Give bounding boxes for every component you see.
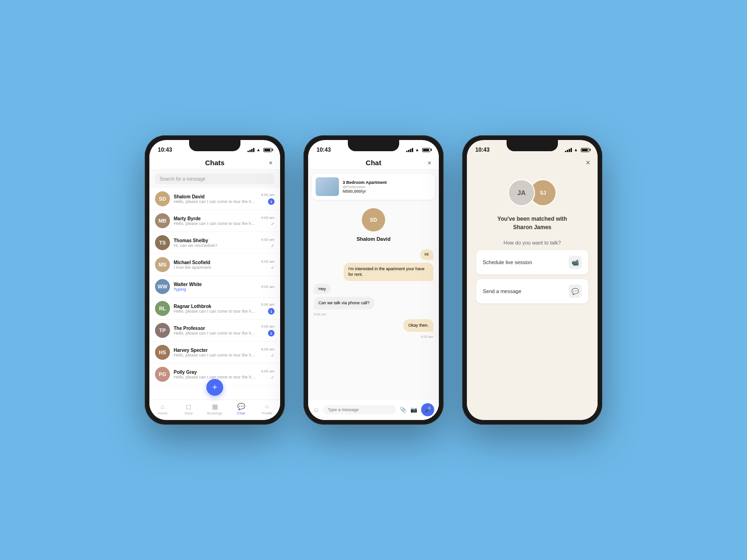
phone-chat: 10:43 ▲ Chat × 3 Bedroom Apart [303,135,444,425]
message-icon: 💬 [569,285,582,298]
chat-time: 9:00 am [261,347,275,351]
chat-time: 9:00 am [261,238,275,242]
phone1-screen: 10:43 ▲ Chats × Search for a message [149,140,280,420]
chat-meta: 9:00 am [261,285,275,289]
chat-item[interactable]: MSMichael ScofieldI love the apartment.9… [149,254,280,276]
chats-title: Chats [205,159,225,167]
property-image [316,177,339,196]
chat-item[interactable]: TSThomas ShelbyHi, can we reschedule?9:0… [149,232,280,254]
chat-time: 9:00 am [261,285,275,289]
match-close-button[interactable]: × [586,159,590,167]
nav-bookings[interactable]: ▦ Bookings [202,403,228,415]
read-check: ✓ [271,353,275,358]
phone-match: 10:43 ▲ × JA [462,135,602,425]
chat-item[interactable]: WWWalter WhiteTyping9:00 am [149,276,280,298]
chat-name: Harvey Specter [174,348,257,353]
chat-name: Walter White [174,282,257,287]
battery-icon-3 [581,148,589,152]
chat-avatar: HS [155,345,170,360]
read-check: ✓ [271,243,275,248]
match-header: × [467,155,598,170]
chat-time: 9:00 am [261,193,275,197]
chat-meta: 9:00 am✓ [261,238,275,248]
chats-close-button[interactable]: × [269,159,273,167]
chat-time: 9:00 am [261,302,275,307]
profile-icon: ○ [265,403,269,410]
property-sub: @Parttertown [343,185,387,189]
voice-button[interactable]: 🎤 [421,403,434,416]
chat-preview: Hello, please can I can come to tour the… [174,309,257,314]
emoji-icon[interactable]: ☺ [313,406,319,413]
chat-info: Thomas ShelbyHi, can we reschedule? [174,238,257,248]
chat-input-bar: ☺ 📎 📷 🎤 [308,399,439,420]
match-line1: You've been matched with [497,216,567,222]
nav-chat[interactable]: 💬 Chat [228,403,254,415]
chat-preview: Typing [174,287,257,292]
chat-nav-icon: 💬 [237,403,245,410]
chat-item[interactable]: TPThe ProfessorHello, please can I can c… [149,320,280,342]
contact-name: Shalom David [357,236,391,242]
chat-info: Ragnar LothbrokHello, please can I can c… [174,304,257,314]
chat-avatar: TP [155,323,170,338]
chat-time: 9:00 am [261,216,275,220]
unread-badge: 1 [268,308,275,315]
chat-item[interactable]: HSHarvey SpecterHello, please can I can … [149,342,280,364]
status-icons-1: ▲ [247,147,272,152]
signal-icon-2 [406,148,413,152]
search-bar[interactable]: Search for a message [155,174,275,184]
read-check: ✓ [271,265,275,270]
notch3 [507,140,558,151]
bookings-icon: ▦ [212,403,218,410]
chat-item[interactable]: RLRagnar LothbrokHello, please can I can… [149,298,280,320]
nav-profile[interactable]: ○ Profile [254,403,280,415]
chat-item[interactable]: SDShalom DavidHello, please can I can co… [149,188,280,210]
user1-initials: JA [517,189,526,196]
phone-chats: 10:43 ▲ Chats × Search for a message [145,135,285,425]
nav-home[interactable]: ⌂ Home [149,403,176,415]
schedule-session-label: Schedule live session [483,259,532,265]
message-time: 9:00 am [314,312,326,316]
status-time-1: 10:43 [158,147,172,153]
user-avatar-1: JA [508,179,535,206]
chat-info: Michael ScofieldI love the apartment. [174,260,257,270]
fab-button[interactable]: + [206,379,223,396]
wifi-icon-2: ▲ [415,147,419,152]
nav-profile-label: Profile [262,411,273,415]
property-card[interactable]: 3 Bedroom Apartment @Parttertown N500,00… [312,174,435,200]
match-body: JA SJ You've been matched with Sharon Ja… [467,170,598,420]
status-icons-3: ▲ [565,147,589,152]
send-message-card[interactable]: Send a message 💬 [476,279,588,303]
signal-icon-3 [565,148,572,152]
message-input[interactable] [323,405,396,414]
chat-meta: 9:00 am✓ [261,347,275,358]
chat-meta: 9:00 am1 [261,302,275,315]
chat-avatar: MS [155,257,170,272]
chat-info: Harvey SpecterHello, please can I can co… [174,348,257,357]
chat-avatar: PG [155,367,170,382]
bottom-nav: ⌂ Home ◻ Save ▦ Bookings 💬 Chat ○ Pro [149,399,280,420]
nav-save[interactable]: ◻ Save [176,403,202,415]
chat-item[interactable]: MBMarty ByrdeHello, please can I can com… [149,210,280,232]
camera-icon[interactable]: 📷 [410,406,417,413]
chat-header: Chat × [308,155,439,170]
chat-close-button[interactable]: × [428,159,431,167]
chat-name: Shalom David [174,194,257,199]
status-time-3: 10:43 [475,147,490,153]
nav-save-label: Save [184,411,193,415]
chat-preview: Hi, can we reschedule? [174,243,257,248]
read-check: ✓ [271,221,275,226]
message-time: 9:03 am [421,335,433,339]
nav-bookings-label: Bookings [207,411,223,415]
user2-initials: SJ [540,190,546,196]
chat-preview: Hello, please can I can come to tour the… [174,353,257,357]
match-screen: × JA SJ You've been matched with Sharon … [467,155,598,420]
wifi-icon-1: ▲ [256,147,261,152]
chat-avatar: SD [155,191,170,206]
messages-list: Hi I'm interested in the apartment your … [314,249,433,339]
messages-area: SD Shalom David Hi I'm interested in the… [308,203,439,399]
chat-meta: 9:00 am✓ [261,259,275,270]
schedule-session-card[interactable]: Schedule live session 📹 [476,250,588,274]
chat-time: 9:00 am [261,369,275,373]
chat-info: Shalom DavidHello, please can I can come… [174,194,257,204]
attach-icon[interactable]: 📎 [400,406,407,413]
